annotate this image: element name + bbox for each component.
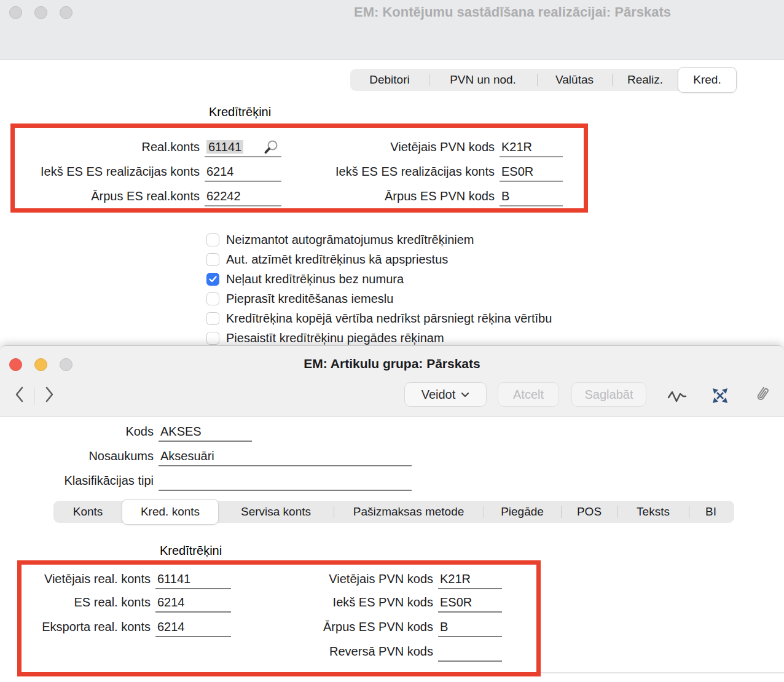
tab-realiz[interactable]: Realiz. [612, 69, 678, 91]
tab-servisa-konts[interactable]: Servisa konts [218, 501, 334, 523]
search-icon[interactable] [263, 139, 279, 155]
checkbox-row: Neizmantot autogrāmatojumus kredītrēķini… [206, 232, 474, 248]
field-label: Iekš ES ES realizācijas konts [12, 163, 200, 179]
back-icon[interactable] [14, 386, 24, 402]
checkbox[interactable] [206, 332, 219, 345]
attachment-icon[interactable] [754, 385, 770, 404]
arpus-es-pvn-input[interactable]: B [500, 188, 563, 206]
field-klasifikacijas-tipi: Klasifikācijas tipi [37, 472, 412, 491]
field-reversa-pvn-kods: Reversā PVN kods [246, 643, 502, 662]
field-value: K21R [440, 572, 471, 586]
field-value-selected: 61141 [206, 140, 243, 154]
window2-title: EM: Artikulu grupa: Pārskats [0, 356, 784, 371]
section-heading-kreditrekini: Kredītrēķini [160, 544, 222, 558]
checkbox-label: Neizmantot autogrāmatojumus kredītrēķini… [226, 233, 474, 247]
vietejais-real-konts-input[interactable]: 61141 [155, 571, 231, 589]
real-konts-input[interactable]: 61141 [205, 139, 281, 157]
checkbox-label: Piesaistīt kredītrēķinu piegādes rēķinam [226, 331, 444, 345]
field-arpus-es-real-konts: Ārpus ES real.konts 62242 [12, 188, 281, 206]
close-icon[interactable] [9, 6, 22, 19]
checkbox-row: Aut. atzīmēt kredītrēķinus kā apspriestu… [206, 251, 448, 267]
checkbox[interactable] [206, 312, 219, 325]
field-value: 61141 [157, 572, 190, 586]
tab-piegade[interactable]: Piegāde [484, 501, 561, 523]
saglabat-label: Saglabāt [585, 388, 633, 402]
vietejais-pvn-input[interactable]: K21R [438, 571, 502, 589]
vietejais-pvn-input[interactable]: K21R [500, 139, 563, 157]
field-ieks-es-pvn-kods: Iekš ES PVN kods ES0R [246, 594, 502, 613]
field-nosaukums: Nosaukums Aksesuāri [37, 448, 412, 466]
section-heading-kreditrekini: Kredītrēķini [209, 105, 271, 119]
field-value: 6214 [157, 620, 185, 633]
tab-debitori[interactable]: Debitori [350, 69, 429, 91]
klasifikacijas-tipi-input[interactable] [159, 472, 412, 491]
field-label: Ārpus ES PVN kods [283, 188, 495, 203]
kods-input[interactable]: AKSES [159, 423, 252, 442]
ieks-es-konts-input[interactable]: 6214 [205, 163, 281, 182]
checkbox-label: Kredītrēķina kopējā vērtība nedrīkst pār… [226, 312, 552, 326]
forward-icon[interactable] [45, 386, 55, 402]
field-label: Nosaukums [37, 448, 154, 463]
checkbox-row: Piesaistīt kredītrēķinu piegādes rēķinam [206, 330, 444, 346]
checkbox[interactable] [206, 233, 219, 246]
arpus-es-pvn-input[interactable]: B [438, 619, 502, 637]
tab-kred[interactable]: Kred. [678, 67, 737, 93]
activity-icon[interactable] [667, 389, 687, 405]
tab-valutas[interactable]: Valūtas [537, 69, 612, 91]
field-ieks-es-pvn: Iekš ES ES realizācijas konts ES0R [283, 163, 563, 182]
tab-pos[interactable]: POS [561, 501, 617, 523]
atcelt-button[interactable]: Atcelt [498, 382, 559, 407]
tab-pasizmaksas-metode[interactable]: Pašizmaksas metode [334, 501, 484, 523]
veidot-button[interactable]: Veidot [404, 382, 487, 407]
nav-divider [34, 388, 35, 405]
reversa-pvn-input[interactable] [438, 643, 502, 662]
field-label: Reversā PVN kods [246, 643, 433, 659]
field-ieks-es-real-konts: Iekš ES ES realizācijas konts 6214 [12, 163, 281, 182]
minimize-icon[interactable] [34, 6, 47, 19]
tab-konts[interactable]: Konts [53, 501, 122, 523]
field-label: Kods [37, 423, 154, 439]
checkbox-row: Kredītrēķina kopējā vērtība nedrīkst pār… [206, 310, 552, 326]
es-real-konts-input[interactable]: 6214 [155, 594, 231, 613]
checkbox[interactable] [206, 273, 219, 286]
field-label: Eksporta real. konts [18, 619, 151, 634]
field-label: Vietējais PVN kods [246, 571, 433, 586]
field-value: K21R [501, 140, 532, 154]
field-label: Vietējais PVN kods [283, 139, 495, 154]
field-value: ES0R [501, 165, 533, 178]
field-real-konts: Real.konts 61141 [12, 139, 281, 157]
tab-teksts[interactable]: Teksts [617, 501, 689, 523]
tab-bi[interactable]: BI [689, 501, 733, 523]
field-label: Iekš ES ES realizācijas konts [283, 163, 495, 179]
field-value: 62242 [206, 189, 241, 203]
window1-title: EM: Kontējumu sastādīšana realizācijai: … [354, 4, 671, 20]
tab-pvn-un-nod[interactable]: PVN un nod. [429, 69, 537, 91]
checkbox-label: Aut. atzīmēt kredītrēķinus kā apspriestu… [226, 253, 448, 267]
field-label: Klasifikācijas tipi [37, 472, 154, 488]
window-artikulu-grupa: EM: Artikulu grupa: Pārskats Veidot Atce… [0, 345, 784, 682]
field-label: Iekš ES PVN kods [246, 594, 433, 609]
arpus-es-konts-input[interactable]: 62242 [205, 188, 281, 206]
field-es-real-konts: ES real. konts 6214 [18, 594, 231, 613]
atcelt-label: Atcelt [513, 388, 544, 402]
zoom-icon[interactable] [60, 6, 73, 19]
checkbox-label: Neļaut kredītrēķinus bez numura [226, 272, 404, 286]
checkbox[interactable] [206, 292, 219, 305]
ieks-es-pvn-input[interactable]: ES0R [500, 163, 563, 182]
window1-titlebar: EM: Kontējumu sastādīšana realizācijai: … [0, 0, 784, 60]
field-vietejais-pvn-kods: Vietējais PVN kods K21R [246, 571, 502, 589]
ieks-es-pvn-input[interactable]: ES0R [438, 594, 502, 613]
field-eksporta-real-konts: Eksporta real. konts 6214 [18, 619, 231, 637]
field-value: 6214 [157, 595, 185, 609]
expand-icon[interactable] [711, 387, 729, 404]
checkbox-row: Pieprasīt kreditēšanas iemeslu [206, 291, 393, 307]
nosaukums-input[interactable]: Aksesuāri [159, 448, 412, 466]
field-arpus-es-pvn-kods: Ārpus ES PVN kods B [246, 619, 502, 637]
tab-kred-konts[interactable]: Kred. konts [122, 499, 219, 525]
field-value: Aksesuāri [160, 449, 214, 463]
saglabat-button[interactable]: Saglabāt [571, 382, 646, 407]
check-icon [209, 276, 217, 283]
field-label: Vietējais real. konts [18, 571, 151, 586]
checkbox[interactable] [206, 253, 219, 266]
eksporta-real-konts-input[interactable]: 6214 [155, 619, 231, 637]
